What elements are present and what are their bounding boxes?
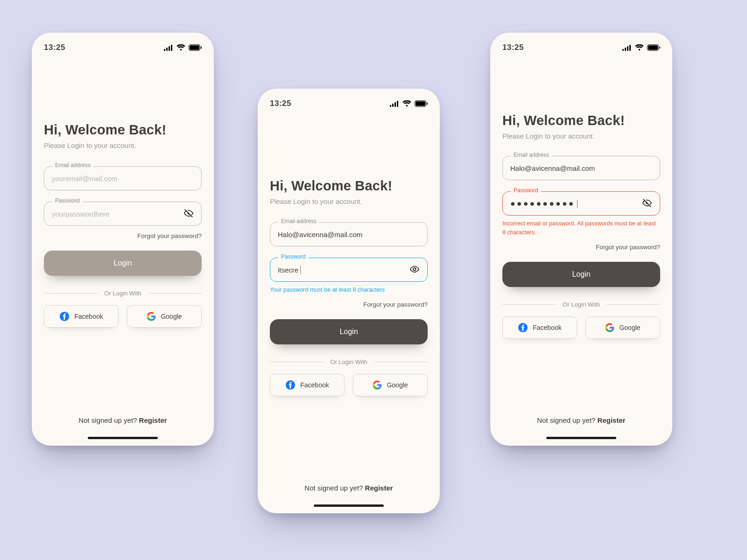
password-label: Password <box>511 187 541 194</box>
email-placeholder: youremail@mail.com <box>52 175 194 182</box>
svg-rect-1 <box>166 48 168 51</box>
password-label: Password <box>278 253 309 260</box>
status-time: 13:25 <box>502 43 524 52</box>
eye-off-icon[interactable] <box>642 198 652 210</box>
password-value: ●●●●●●●●●● <box>510 199 637 209</box>
wifi-icon <box>402 100 411 107</box>
text-caret <box>577 200 578 208</box>
status-icons <box>390 100 428 107</box>
forgot-password-link[interactable]: Forgot your password? <box>270 301 428 308</box>
svg-rect-20 <box>629 45 631 51</box>
status-bar: 13:25 <box>44 43 202 52</box>
svg-rect-8 <box>390 105 391 107</box>
svg-rect-23 <box>659 47 660 49</box>
page-subtitle: Please Login to your account. <box>44 141 202 149</box>
email-field[interactable]: Email address Halo@avicenna@mail.com <box>270 222 428 246</box>
status-icons <box>164 44 202 51</box>
home-indicator <box>314 504 384 507</box>
page-title: Hi, Welcome Back! <box>502 113 660 128</box>
svg-rect-5 <box>190 45 199 50</box>
register-link[interactable]: Register <box>365 484 393 492</box>
battery-icon <box>647 44 660 51</box>
wifi-icon <box>635 44 644 51</box>
status-time: 13:25 <box>270 99 291 108</box>
facebook-login-button[interactable]: Facebook <box>44 305 119 328</box>
google-icon <box>373 380 382 390</box>
phone-screen-error: 13:25 Hi, Welcome Back! Please Login to … <box>490 33 672 446</box>
phone-screen-typing: 13:25 Hi, Welcome Back! Please Login to … <box>258 89 440 513</box>
facebook-label: Facebook <box>300 381 329 389</box>
cellular-icon <box>164 45 173 51</box>
svg-rect-0 <box>164 49 165 51</box>
signup-prefix: Not signed up yet? <box>78 416 139 424</box>
google-label: Google <box>387 381 408 389</box>
google-icon <box>605 323 614 332</box>
svg-rect-9 <box>392 104 394 107</box>
facebook-login-button[interactable]: Facebook <box>270 374 345 396</box>
facebook-icon <box>59 311 70 322</box>
phone-screen-empty: 13:25 Hi, Welcome Back! Please Login to … <box>32 33 214 446</box>
google-login-button[interactable]: Google <box>585 316 660 339</box>
svg-rect-11 <box>397 101 398 107</box>
google-login-button[interactable]: Google <box>353 374 428 396</box>
eye-off-icon[interactable] <box>183 208 194 220</box>
svg-rect-17 <box>622 49 624 51</box>
password-hint: Your password must be at least 8 charact… <box>270 286 428 294</box>
svg-rect-3 <box>171 45 172 51</box>
google-login-button[interactable]: Google <box>127 305 202 328</box>
wifi-icon <box>176 44 185 51</box>
email-label: Email address <box>511 152 552 158</box>
svg-rect-13 <box>416 101 425 106</box>
login-button[interactable]: Login <box>270 319 428 344</box>
forgot-password-link[interactable]: Forgot your password? <box>502 244 660 251</box>
svg-rect-18 <box>625 48 626 51</box>
eye-icon[interactable] <box>409 264 420 276</box>
login-button[interactable]: Login <box>502 262 660 287</box>
password-error: Incorrect email or password. All passwor… <box>502 219 660 237</box>
password-field[interactable]: Password ●●●●●●●●●● Incorrect email or p… <box>502 191 660 237</box>
email-field[interactable]: Email address youremail@mail.com <box>44 166 202 190</box>
divider-label: Or Login With <box>502 301 660 308</box>
password-field[interactable]: Password yourpasswordhere <box>44 202 202 226</box>
status-bar: 13:25 <box>270 99 428 108</box>
home-indicator <box>546 437 616 439</box>
home-indicator <box>88 437 158 439</box>
facebook-label: Facebook <box>533 324 561 331</box>
password-value: itsecre <box>278 266 405 274</box>
register-link[interactable]: Register <box>139 416 167 424</box>
divider-label: Or Login With <box>44 290 202 297</box>
signup-prefix: Not signed up yet? <box>537 416 597 424</box>
status-bar: 13:25 <box>502 43 660 52</box>
google-label: Google <box>619 324 640 331</box>
forgot-password-link[interactable]: Forgot your password? <box>44 232 202 239</box>
svg-rect-6 <box>201 47 202 49</box>
cellular-icon <box>390 101 399 107</box>
signup-footer[interactable]: Not signed up yet? Register <box>490 416 672 424</box>
facebook-icon <box>518 322 528 333</box>
signup-footer[interactable]: Not signed up yet? Register <box>258 484 440 492</box>
signup-footer[interactable]: Not signed up yet? Register <box>32 416 214 424</box>
password-label: Password <box>52 197 83 204</box>
page-subtitle: Please Login to your account. <box>502 132 660 140</box>
svg-point-15 <box>413 268 416 271</box>
page-title: Hi, Welcome Back! <box>44 122 202 138</box>
facebook-login-button[interactable]: Facebook <box>502 316 577 339</box>
email-value: Halo@avicenna@mail.com <box>510 164 652 172</box>
battery-icon <box>415 100 428 107</box>
page-subtitle: Please Login to your account. <box>270 197 428 205</box>
svg-rect-14 <box>427 103 428 105</box>
email-field[interactable]: Email address Halo@avicenna@mail.com <box>502 156 660 180</box>
text-caret <box>300 266 301 274</box>
svg-rect-22 <box>648 45 658 50</box>
facebook-icon <box>285 380 296 390</box>
google-icon <box>147 312 156 321</box>
google-label: Google <box>161 313 182 320</box>
svg-rect-2 <box>169 46 170 51</box>
facebook-label: Facebook <box>74 313 103 320</box>
login-button[interactable]: Login <box>44 251 202 276</box>
page-title: Hi, Welcome Back! <box>270 178 428 194</box>
email-label: Email address <box>52 162 93 168</box>
cellular-icon <box>622 45 632 51</box>
register-link[interactable]: Register <box>598 416 626 424</box>
password-field[interactable]: Password itsecre Your password must be a… <box>270 258 428 294</box>
